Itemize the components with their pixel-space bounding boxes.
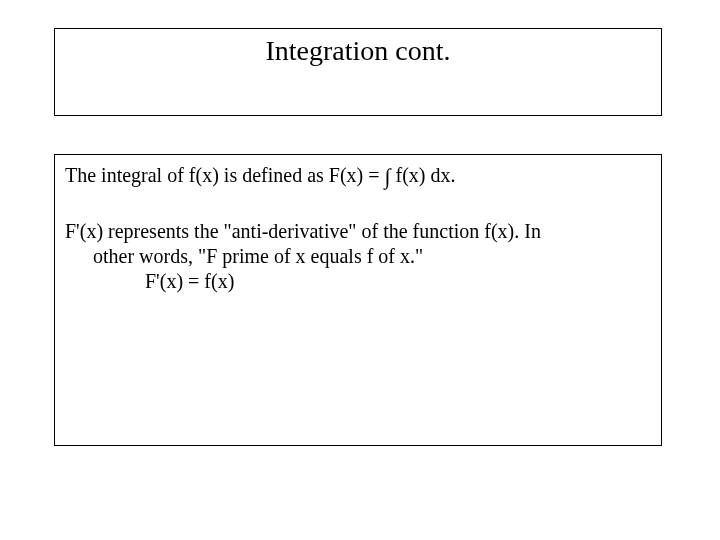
paragraph-2-line1: F'(x) represents the "anti-derivative" o… <box>65 219 651 244</box>
para1-prefix: The integral of f(x) is defined as F(x) … <box>65 164 385 186</box>
title-box: Integration cont. <box>54 28 662 116</box>
paragraph-2-equation: F'(x) = f(x) <box>65 269 651 294</box>
slide-title: Integration cont. <box>265 35 450 67</box>
slide: Integration cont. The integral of f(x) i… <box>0 0 720 540</box>
paragraph-2-line2: other words, "F prime of x equals f of x… <box>65 244 651 269</box>
para1-suffix: f(x) dx. <box>391 164 456 186</box>
content-box: The integral of f(x) is defined as F(x) … <box>54 154 662 446</box>
paragraph-1: The integral of f(x) is defined as F(x) … <box>65 163 651 191</box>
